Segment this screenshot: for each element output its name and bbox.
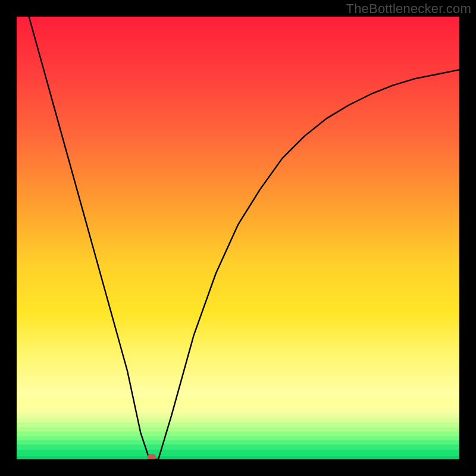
attribution-text: TheBottlenecker.com bbox=[346, 1, 471, 17]
minimum-marker bbox=[148, 454, 156, 459]
chart-frame: TheBottlenecker.com bbox=[0, 0, 476, 476]
plot-area bbox=[17, 17, 459, 459]
bottleneck-curve bbox=[17, 17, 459, 459]
curve-svg bbox=[17, 17, 459, 459]
